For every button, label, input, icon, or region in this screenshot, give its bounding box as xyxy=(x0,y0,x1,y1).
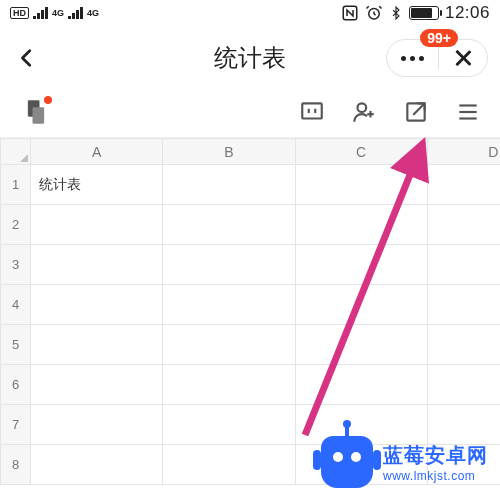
title-bar: 统计表 99+ xyxy=(0,30,500,86)
cell[interactable] xyxy=(163,405,295,445)
cell[interactable] xyxy=(427,285,500,325)
clock: 12:06 xyxy=(445,3,490,23)
cell[interactable] xyxy=(31,405,163,445)
capsule-divider xyxy=(438,47,439,69)
chevron-left-icon xyxy=(16,47,38,69)
table-row: 6 xyxy=(1,365,501,405)
open-external-icon xyxy=(403,99,429,125)
watermark-title: 蓝莓安卓网 xyxy=(383,442,488,469)
cell[interactable] xyxy=(163,205,295,245)
row-head[interactable]: 6 xyxy=(1,365,31,405)
col-head-d[interactable]: D xyxy=(427,139,500,165)
network-2: 4G xyxy=(87,8,99,18)
col-head-b[interactable]: B xyxy=(163,139,295,165)
cell[interactable] xyxy=(31,285,163,325)
title-actions: 99+ xyxy=(386,39,488,77)
row-head[interactable]: 4 xyxy=(1,285,31,325)
signal-bars-2 xyxy=(68,7,83,19)
row-head[interactable]: 5 xyxy=(1,325,31,365)
toolbar xyxy=(0,86,500,138)
cell[interactable] xyxy=(31,445,163,485)
svg-rect-3 xyxy=(33,107,45,123)
table-row: 1 统计表 xyxy=(1,165,501,205)
comment-button[interactable] xyxy=(298,98,326,126)
signal-bars-1 xyxy=(33,7,48,19)
cell[interactable] xyxy=(427,165,500,205)
app-logo[interactable] xyxy=(22,98,50,126)
alarm-icon xyxy=(365,4,383,22)
status-bar: HD 4G 4G 12:06 xyxy=(0,0,500,26)
col-head-c[interactable]: C xyxy=(295,139,427,165)
cell[interactable] xyxy=(427,245,500,285)
svg-point-7 xyxy=(358,103,367,112)
table-row: 3 xyxy=(1,245,501,285)
cell[interactable] xyxy=(31,205,163,245)
share-button[interactable] xyxy=(402,98,430,126)
cell[interactable] xyxy=(163,165,295,205)
cell[interactable]: 统计表 xyxy=(31,165,163,205)
battery-icon xyxy=(409,6,439,20)
cell[interactable] xyxy=(427,205,500,245)
cell[interactable] xyxy=(31,245,163,285)
watermark-url: www.lmkjst.com xyxy=(383,469,488,483)
watermark-logo-icon xyxy=(321,436,373,488)
cell[interactable] xyxy=(295,325,427,365)
cell[interactable] xyxy=(295,165,427,205)
add-user-button[interactable] xyxy=(350,98,378,126)
row-head[interactable]: 3 xyxy=(1,245,31,285)
row-head[interactable]: 2 xyxy=(1,205,31,245)
status-left: HD 4G 4G xyxy=(10,7,99,19)
sheet-table: A B C D 1 统计表 2 3 4 5 6 xyxy=(0,138,500,485)
cell[interactable] xyxy=(427,365,500,405)
spreadsheet[interactable]: A B C D 1 统计表 2 3 4 5 6 xyxy=(0,138,500,485)
notification-dot xyxy=(44,96,52,104)
menu-button[interactable] xyxy=(401,56,424,61)
back-button[interactable] xyxy=(12,43,42,73)
table-row: 5 xyxy=(1,325,501,365)
watermark-text: 蓝莓安卓网 www.lmkjst.com xyxy=(383,442,488,483)
cell[interactable] xyxy=(163,365,295,405)
cell[interactable] xyxy=(163,325,295,365)
col-head-a[interactable]: A xyxy=(31,139,163,165)
watermark: 蓝莓安卓网 www.lmkjst.com xyxy=(321,436,488,488)
menu-hamburger-button[interactable] xyxy=(454,98,482,126)
row-head[interactable]: 7 xyxy=(1,405,31,445)
nfc-icon xyxy=(341,4,359,22)
column-header-row: A B C D xyxy=(1,139,501,165)
cell[interactable] xyxy=(295,245,427,285)
select-all-corner[interactable] xyxy=(1,139,31,165)
cell[interactable] xyxy=(163,445,295,485)
bluetooth-icon xyxy=(389,4,403,22)
row-head[interactable]: 8 xyxy=(1,445,31,485)
notification-badge: 99+ xyxy=(420,29,458,47)
cell[interactable] xyxy=(163,285,295,325)
cell[interactable] xyxy=(31,365,163,405)
close-button[interactable] xyxy=(453,48,473,68)
cell[interactable] xyxy=(295,285,427,325)
comment-icon xyxy=(299,99,325,125)
row-head[interactable]: 1 xyxy=(1,165,31,205)
table-row: 2 xyxy=(1,205,501,245)
table-row: 4 xyxy=(1,285,501,325)
cell[interactable] xyxy=(295,365,427,405)
cell[interactable] xyxy=(427,325,500,365)
network-1: 4G xyxy=(52,8,64,18)
hd-indicator: HD xyxy=(10,7,29,19)
cell[interactable] xyxy=(31,325,163,365)
svg-rect-4 xyxy=(302,103,322,118)
add-user-icon xyxy=(351,99,377,125)
cell[interactable] xyxy=(163,245,295,285)
hamburger-icon xyxy=(455,99,481,125)
cell[interactable] xyxy=(295,205,427,245)
status-right: 12:06 xyxy=(341,3,490,23)
